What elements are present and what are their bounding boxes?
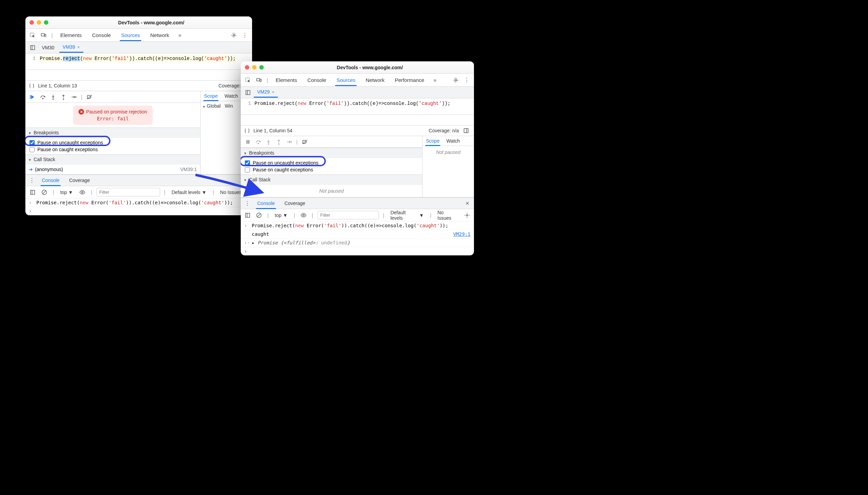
tab-watch[interactable]: Watch (443, 136, 463, 146)
console-sidebar-icon[interactable] (243, 211, 252, 220)
tab-sources[interactable]: Sources (117, 29, 144, 41)
scope-global[interactable]: Global (203, 103, 221, 109)
drawer-tab-console[interactable]: Console (253, 198, 279, 209)
filter-input[interactable] (317, 211, 379, 219)
file-tab-vm29[interactable]: VM29× (254, 87, 278, 98)
issues-button[interactable]: No Issues (218, 189, 243, 196)
console-settings-icon[interactable] (463, 211, 471, 220)
close-tab-icon[interactable]: × (77, 45, 80, 50)
minimize-window-button[interactable] (37, 20, 41, 25)
tab-console[interactable]: Console (303, 74, 330, 86)
filter-input[interactable] (96, 188, 160, 196)
step-over-icon[interactable] (38, 93, 47, 101)
console-row[interactable]: › Promise.reject(new Error('fail')).catc… (241, 221, 474, 230)
code-editor[interactable]: 1 Promise.reject(new Error('fail')).catc… (241, 98, 474, 115)
svg-point-28 (268, 143, 269, 144)
clear-console-icon[interactable] (40, 188, 49, 197)
file-tab-vm39[interactable]: VM39× (59, 42, 83, 53)
inspect-icon[interactable] (243, 76, 252, 85)
deactivate-breakpoints-icon[interactable] (300, 137, 309, 146)
zoom-window-button[interactable] (44, 20, 48, 25)
minimize-window-button[interactable] (252, 65, 257, 70)
context-selector[interactable]: top ▼ (273, 212, 289, 219)
resume-icon[interactable] (28, 93, 37, 101)
svg-point-30 (291, 141, 292, 142)
eye-icon[interactable] (299, 211, 308, 220)
inspect-icon[interactable] (28, 31, 37, 40)
scope-not-paused: Not paused (423, 146, 474, 158)
close-window-button[interactable] (245, 65, 249, 70)
device-toolbar-icon[interactable] (254, 76, 263, 85)
log-levels-selector[interactable]: Default levels ▼ (169, 189, 209, 196)
breakpoints-header[interactable]: Breakpoints (25, 128, 200, 138)
close-tab-icon[interactable]: × (272, 89, 275, 95)
tab-scope[interactable]: Scope (201, 91, 221, 101)
source-link[interactable]: VM29:1 (453, 231, 471, 237)
close-window-button[interactable] (29, 20, 34, 25)
pretty-print-icon[interactable]: { } (29, 83, 35, 88)
titlebar: DevTools - www.google.com/ (241, 61, 474, 74)
log-levels-selector[interactable]: Default levels ▼ (388, 209, 426, 221)
close-drawer-icon[interactable]: × (463, 198, 472, 208)
gear-icon[interactable] (229, 31, 238, 40)
breakpoint-pause-caught[interactable]: Pause on caught exceptions (28, 146, 198, 153)
tab-network[interactable]: Network (146, 29, 173, 41)
tab-performance[interactable]: Performance (391, 74, 428, 86)
console-row[interactable]: ‹· ▸ Promise {<fulfilled>: undefined} (241, 239, 474, 247)
breakpoint-pause-caught[interactable]: Pause on caught exceptions (243, 166, 419, 173)
debug-toolbar: | (25, 91, 200, 103)
tab-network[interactable]: Network (361, 74, 389, 86)
zoom-window-button[interactable] (259, 65, 264, 70)
pause-caught-checkbox[interactable] (245, 167, 250, 172)
device-toolbar-icon[interactable] (39, 31, 48, 40)
callstack-header[interactable]: Call Stack (241, 174, 422, 185)
console-prompt[interactable]: › (25, 207, 252, 215)
breakpoint-pause-uncaught[interactable]: Pause on uncaught exceptions (28, 139, 198, 146)
console-row[interactable]: › Promise.reject(new Error('fail')).catc… (25, 198, 252, 207)
issues-button[interactable]: No Issues (436, 209, 460, 221)
step-icon[interactable] (69, 93, 78, 101)
tab-watch[interactable]: Watch (221, 91, 241, 101)
console-sidebar-icon[interactable] (28, 188, 37, 197)
drawer-tab-coverage[interactable]: Coverage (65, 175, 94, 186)
pause-caught-checkbox[interactable] (29, 147, 35, 152)
pause-icon[interactable] (243, 137, 252, 146)
breakpoints-header[interactable]: Breakpoints (241, 148, 422, 158)
drawer-tab-coverage[interactable]: Coverage (280, 198, 309, 209)
callstack-header[interactable]: Call Stack (25, 154, 200, 165)
tab-scope[interactable]: Scope (423, 136, 443, 146)
step-out-icon[interactable] (59, 93, 68, 101)
error-icon: ✕ (79, 109, 84, 114)
pretty-print-icon[interactable]: { } (244, 128, 250, 133)
pause-uncaught-checkbox[interactable] (245, 160, 250, 166)
drawer-kebab-icon[interactable]: ⋮ (243, 199, 252, 208)
tab-elements[interactable]: Elements (272, 74, 301, 86)
file-tab-vm30[interactable]: VM30 (38, 43, 58, 52)
drawer-tab-console[interactable]: Console (38, 175, 63, 186)
breakpoint-pause-uncaught[interactable]: Pause on uncaught exceptions (243, 159, 419, 166)
toggle-sidebar-icon[interactable] (462, 126, 471, 135)
svg-point-27 (258, 143, 259, 144)
callstack-frame[interactable]: ➔ (anonymous) VM39:1 (25, 165, 200, 174)
eye-icon[interactable] (78, 188, 87, 197)
clear-console-icon[interactable] (255, 211, 263, 220)
tab-elements[interactable]: Elements (56, 29, 86, 41)
deactivate-breakpoints-icon[interactable] (85, 93, 94, 101)
tab-sources[interactable]: Sources (332, 74, 359, 86)
kebab-icon[interactable]: ⋮ (462, 76, 471, 85)
tab-console[interactable]: Console (88, 29, 115, 41)
console-row[interactable]: caught VM29:1 (241, 230, 474, 239)
pause-uncaught-checkbox[interactable] (29, 140, 35, 145)
drawer-kebab-icon[interactable]: ⋮ (27, 176, 36, 185)
context-selector[interactable]: top ▼ (58, 189, 75, 196)
window-title: DevTools - www.google.com/ (55, 20, 248, 25)
navigator-icon[interactable] (28, 43, 37, 52)
code-editor[interactable]: 1 Promise.reject(new Error('fail')).catc… (25, 53, 252, 70)
more-tabs-icon[interactable]: » (175, 31, 184, 40)
navigator-icon[interactable] (243, 88, 252, 97)
console-prompt[interactable]: › (241, 247, 474, 255)
step-into-icon[interactable] (49, 93, 58, 101)
gear-icon[interactable] (451, 76, 460, 85)
kebab-icon[interactable]: ⋮ (240, 31, 249, 40)
more-tabs-icon[interactable]: » (430, 76, 439, 85)
